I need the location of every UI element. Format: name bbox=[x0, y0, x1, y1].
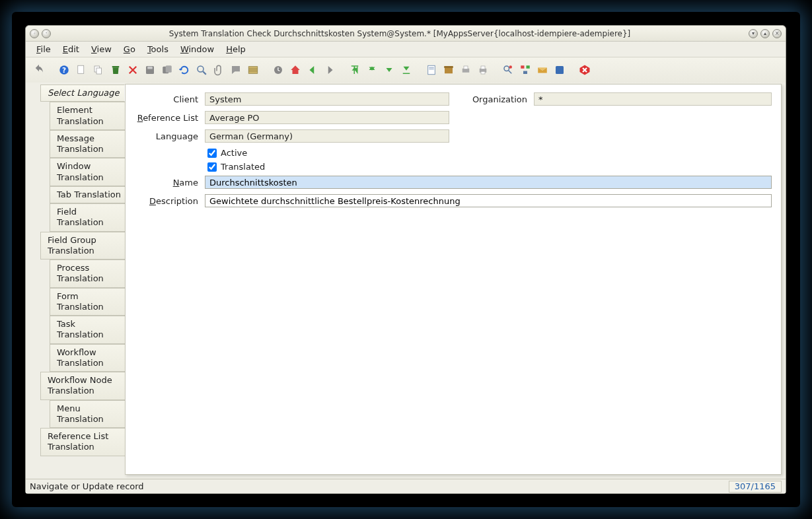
form-panel: Client Organization Reference List Langu… bbox=[125, 84, 782, 475]
search-icon[interactable] bbox=[194, 62, 209, 78]
prev-icon[interactable] bbox=[364, 62, 380, 78]
first-icon[interactable] bbox=[347, 62, 363, 78]
sidebar-tab-0[interactable]: Select Language bbox=[40, 85, 125, 102]
menu-help[interactable]: Help bbox=[221, 43, 251, 55]
window-minimize-icon[interactable]: ▾ bbox=[749, 29, 758, 38]
print-icon[interactable] bbox=[475, 62, 491, 78]
menu-edit[interactable]: Edit bbox=[57, 43, 85, 55]
sidebar-tab-11[interactable]: Workflow Node Translation bbox=[40, 372, 125, 400]
sidebar-tab-7[interactable]: Process Translation bbox=[50, 260, 125, 288]
app-window: ◦ · System Translation Check Durchschnit… bbox=[25, 25, 786, 494]
forward-icon[interactable] bbox=[322, 62, 338, 78]
status-message: Navigate or Update record bbox=[30, 481, 144, 491]
window-menu-icon[interactable]: ◦ bbox=[30, 29, 39, 38]
svg-point-30 bbox=[509, 65, 513, 69]
refresh-icon[interactable] bbox=[176, 62, 192, 78]
sidebar-tab-4[interactable]: Tab Translation bbox=[50, 186, 125, 203]
record-counter: 307/1165 bbox=[729, 481, 782, 493]
sidebar-tab-5[interactable]: Field Translation bbox=[50, 203, 125, 232]
undo-icon[interactable] bbox=[31, 62, 47, 78]
sidebar-tab-12[interactable]: Menu Translation bbox=[50, 400, 125, 429]
sidebar: Select LanguageElement TranslationMessag… bbox=[26, 83, 125, 479]
sidebar-tab-6[interactable]: Field Group Translation bbox=[40, 232, 125, 260]
sidebar-tab-10[interactable]: Workflow Translation bbox=[50, 344, 125, 372]
close-icon[interactable] bbox=[577, 62, 593, 78]
svg-rect-31 bbox=[521, 65, 524, 69]
language-field bbox=[205, 129, 449, 143]
next-icon[interactable] bbox=[381, 62, 397, 78]
workflow-icon[interactable] bbox=[517, 62, 533, 78]
archive-icon[interactable] bbox=[441, 62, 457, 78]
menu-view[interactable]: View bbox=[86, 43, 117, 55]
description-label: Description bbox=[135, 196, 201, 206]
window-maximize-icon[interactable]: ▴ bbox=[760, 29, 770, 38]
sidebar-tab-9[interactable]: Task Translation bbox=[50, 316, 125, 344]
menu-tools[interactable]: Tools bbox=[142, 43, 174, 55]
active-checkbox[interactable] bbox=[207, 149, 217, 158]
client-label: Client bbox=[135, 94, 201, 104]
svg-rect-12 bbox=[248, 67, 258, 74]
name-label: Name bbox=[135, 178, 201, 188]
svg-point-28 bbox=[504, 66, 509, 71]
request-icon[interactable] bbox=[535, 62, 550, 78]
save-create-icon[interactable] bbox=[159, 62, 175, 78]
copy-icon[interactable] bbox=[91, 62, 106, 78]
help-icon[interactable]: ? bbox=[56, 62, 72, 78]
sidebar-tab-3[interactable]: Window Translation bbox=[50, 158, 125, 186]
svg-line-11 bbox=[203, 71, 206, 75]
toolbar: ? bbox=[26, 57, 786, 83]
reference-list-label: Reference List bbox=[135, 113, 201, 123]
svg-rect-18 bbox=[428, 65, 435, 75]
print-preview-icon[interactable] bbox=[458, 62, 474, 78]
svg-rect-27 bbox=[481, 71, 485, 74]
svg-rect-2 bbox=[78, 65, 84, 73]
translated-label: Translated bbox=[221, 162, 265, 172]
svg-rect-4 bbox=[96, 68, 102, 74]
menu-file[interactable]: File bbox=[31, 43, 56, 55]
last-icon[interactable] bbox=[398, 62, 414, 78]
attach-icon[interactable] bbox=[211, 62, 227, 78]
menubar: File Edit View Go Tools Window Help bbox=[26, 42, 786, 57]
description-field[interactable] bbox=[205, 194, 772, 207]
language-label: Language bbox=[135, 131, 201, 141]
zoom-across-icon[interactable] bbox=[500, 62, 516, 78]
svg-text:?: ? bbox=[62, 66, 66, 74]
home-icon[interactable] bbox=[287, 62, 303, 78]
client-field bbox=[205, 92, 449, 106]
svg-point-10 bbox=[198, 66, 203, 72]
titlebar: ◦ · System Translation Check Durchschnit… bbox=[26, 26, 786, 42]
active-label: Active bbox=[221, 148, 247, 158]
delete-selection-icon[interactable] bbox=[125, 62, 141, 78]
sidebar-tab-8[interactable]: Form Translation bbox=[50, 288, 125, 316]
sidebar-tab-1[interactable]: Element Translation bbox=[50, 102, 125, 130]
svg-rect-17 bbox=[403, 73, 410, 75]
gridtoggle-icon[interactable] bbox=[245, 62, 261, 78]
product-info-icon[interactable] bbox=[552, 62, 568, 78]
svg-rect-16 bbox=[351, 65, 359, 67]
translated-checkbox[interactable] bbox=[207, 162, 217, 172]
new-icon[interactable] bbox=[73, 62, 89, 78]
svg-rect-33 bbox=[523, 71, 527, 75]
menu-window[interactable]: Window bbox=[175, 43, 219, 55]
window-close-icon[interactable]: × bbox=[772, 29, 782, 38]
save-icon[interactable] bbox=[142, 62, 158, 78]
report-icon[interactable] bbox=[424, 62, 439, 78]
delete-icon[interactable] bbox=[108, 62, 124, 78]
menu-go[interactable]: Go bbox=[118, 43, 141, 55]
organization-label: Organization bbox=[470, 94, 530, 104]
svg-rect-5 bbox=[112, 66, 120, 67]
window-title: System Translation Check Durchschnittsko… bbox=[51, 29, 749, 38]
svg-rect-34 bbox=[556, 66, 564, 74]
name-field[interactable] bbox=[205, 176, 772, 189]
chat-icon[interactable] bbox=[228, 62, 244, 78]
back-icon[interactable] bbox=[305, 62, 320, 78]
svg-rect-9 bbox=[166, 65, 172, 73]
organization-field bbox=[534, 92, 772, 106]
window-sticky-icon[interactable]: · bbox=[42, 29, 51, 38]
sidebar-tab-13[interactable]: Reference List Translation bbox=[40, 428, 125, 456]
svg-rect-24 bbox=[464, 66, 468, 69]
history-icon[interactable] bbox=[270, 62, 286, 78]
statusbar: Navigate or Update record 307/1165 bbox=[26, 479, 786, 493]
sidebar-tab-2[interactable]: Message Translation bbox=[50, 130, 125, 158]
svg-rect-22 bbox=[444, 66, 453, 68]
